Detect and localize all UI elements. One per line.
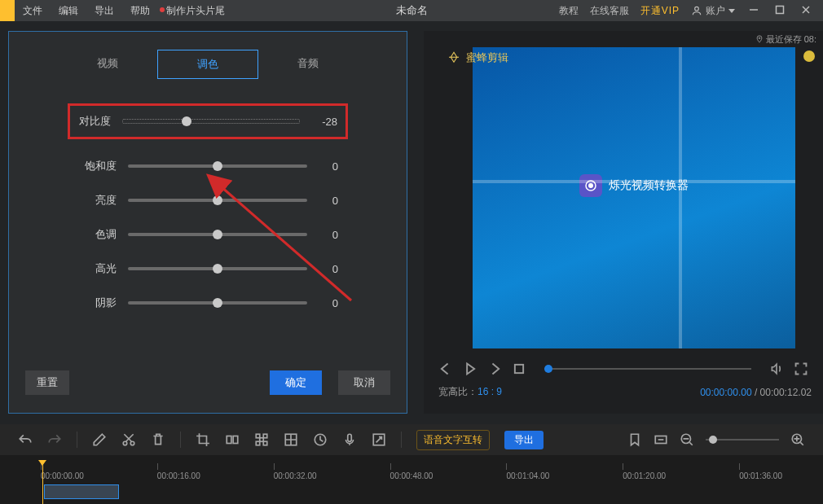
stop-button[interactable] xyxy=(512,362,526,376)
ok-button[interactable]: 确定 xyxy=(270,370,322,395)
hue-slider[interactable] xyxy=(128,233,307,236)
menu-account-label: 账户 xyxy=(706,4,725,18)
user-icon xyxy=(691,5,702,16)
brightness-label: 亮度 xyxy=(77,193,117,208)
reset-button[interactable]: 重置 xyxy=(25,370,69,395)
shadow-value: 0 xyxy=(307,297,338,309)
maximize-icon xyxy=(775,5,785,15)
saturation-value: 0 xyxy=(307,160,338,173)
app-logo-block xyxy=(0,0,15,21)
shadow-slider[interactable] xyxy=(128,301,307,305)
split-button[interactable] xyxy=(225,432,240,447)
converter-app-label: 烁光视频转换器 xyxy=(609,178,689,193)
minimize-icon xyxy=(749,5,759,15)
zoom-thumb[interactable] xyxy=(709,436,717,444)
svg-point-8 xyxy=(589,184,593,188)
menu-tutorial[interactable]: 教程 xyxy=(559,4,579,18)
zoom-out-button[interactable] xyxy=(680,432,694,447)
brightness-thumb[interactable] xyxy=(213,195,222,205)
fit-button[interactable] xyxy=(654,432,668,447)
shadow-thumb[interactable] xyxy=(213,298,222,308)
fullscreen-button[interactable] xyxy=(794,362,808,376)
hue-thumb[interactable] xyxy=(213,230,222,239)
editor-toolbar: 语音文字互转 导出 xyxy=(0,424,823,455)
highlight-thumb[interactable] xyxy=(213,264,222,274)
zoom-in-button[interactable] xyxy=(790,432,805,447)
highlight-slider[interactable] xyxy=(128,267,307,270)
freeze-button[interactable] xyxy=(284,432,298,447)
play-button[interactable] xyxy=(463,362,478,376)
timeline[interactable]: 00:00:00.00 00:00:16.00 00:00:32.00 00:0… xyxy=(0,455,823,504)
contrast-value: -28 xyxy=(306,116,337,128)
brightness-slider[interactable] xyxy=(128,199,307,202)
next-frame-button[interactable] xyxy=(487,362,502,376)
window-minimize-button[interactable] xyxy=(746,5,761,17)
hue-value: 0 xyxy=(307,229,338,241)
svg-rect-17 xyxy=(256,441,260,445)
hue-label: 色调 xyxy=(77,227,117,242)
svg-rect-13 xyxy=(233,436,238,444)
menu-open-vip[interactable]: 开通VIP xyxy=(640,4,680,18)
mosaic-button[interactable] xyxy=(254,432,269,447)
ruler-tick: 00:00:00.00 xyxy=(41,463,84,480)
chevron-down-icon xyxy=(728,9,735,13)
volume-button[interactable] xyxy=(769,362,784,376)
undo-button[interactable] xyxy=(18,432,33,447)
window-maximize-button[interactable] xyxy=(772,5,787,17)
saturation-thumb[interactable] xyxy=(213,161,222,171)
menu-help[interactable]: 帮助 xyxy=(122,4,158,18)
voiceover-button[interactable] xyxy=(342,432,357,447)
menu-edit[interactable]: 编辑 xyxy=(51,4,86,18)
contrast-thumb[interactable] xyxy=(182,116,191,126)
timeline-playhead[interactable] xyxy=(42,462,43,504)
redo-button[interactable] xyxy=(47,432,62,447)
duration-button[interactable] xyxy=(313,432,328,447)
highlight-value: 0 xyxy=(307,263,338,275)
menu-file[interactable]: 文件 xyxy=(15,4,51,18)
marker-button[interactable] xyxy=(627,432,642,447)
preview-video[interactable]: 烁光视频转换器 xyxy=(473,47,795,348)
voice-text-button[interactable]: 语音文字互转 xyxy=(416,430,490,450)
edit-button[interactable] xyxy=(92,432,107,447)
menu-intro-outro[interactable]: 制作片头片尾 xyxy=(158,4,233,18)
tab-video[interactable]: 视频 xyxy=(58,50,157,79)
menu-online-service[interactable]: 在线客服 xyxy=(590,4,629,18)
saturation-slider[interactable] xyxy=(128,164,307,168)
prev-frame-button[interactable] xyxy=(438,362,453,376)
close-icon xyxy=(801,5,811,15)
cancel-button[interactable]: 取消 xyxy=(338,370,390,395)
svg-point-6 xyxy=(759,37,760,39)
menu-export[interactable]: 导出 xyxy=(86,4,122,18)
svg-rect-21 xyxy=(348,434,352,441)
highlight-label: 高光 xyxy=(77,261,117,276)
bee-icon xyxy=(447,50,461,65)
notification-dot-icon xyxy=(160,7,165,12)
preview-scrub-bar[interactable] xyxy=(544,368,751,370)
svg-rect-2 xyxy=(777,6,784,13)
tab-color[interactable]: 调色 xyxy=(157,50,258,79)
brightness-value: 0 xyxy=(307,195,338,207)
zoom-slider[interactable] xyxy=(706,439,779,440)
tab-audio[interactable]: 音频 xyxy=(258,50,358,79)
svg-point-11 xyxy=(130,441,134,445)
crop-button[interactable] xyxy=(196,432,210,447)
svg-point-7 xyxy=(586,181,596,191)
scrub-thumb[interactable] xyxy=(544,365,552,373)
svg-rect-12 xyxy=(227,436,231,444)
ruler-tick: 00:00:32.00 xyxy=(274,463,317,480)
cut-button[interactable] xyxy=(121,432,136,447)
zoom-region-button[interactable] xyxy=(372,432,386,447)
ruler-tick: 00:00:16.00 xyxy=(157,463,200,480)
contrast-slider[interactable] xyxy=(122,119,300,124)
export-button[interactable]: 导出 xyxy=(504,431,544,449)
preview-close-button[interactable] xyxy=(803,50,815,62)
timeline-clip[interactable] xyxy=(44,484,119,499)
delete-button[interactable] xyxy=(151,432,165,447)
app-watermark: 蜜蜂剪辑 xyxy=(447,50,508,65)
window-close-button[interactable] xyxy=(799,5,813,17)
preview-center-badge: 烁光视频转换器 xyxy=(579,174,689,197)
panel-tabs: 视频 调色 音频 xyxy=(58,50,358,79)
svg-point-0 xyxy=(695,7,699,11)
ruler-tick: 00:01:36.00 xyxy=(739,463,782,480)
menu-account[interactable]: 账户 xyxy=(691,4,735,18)
